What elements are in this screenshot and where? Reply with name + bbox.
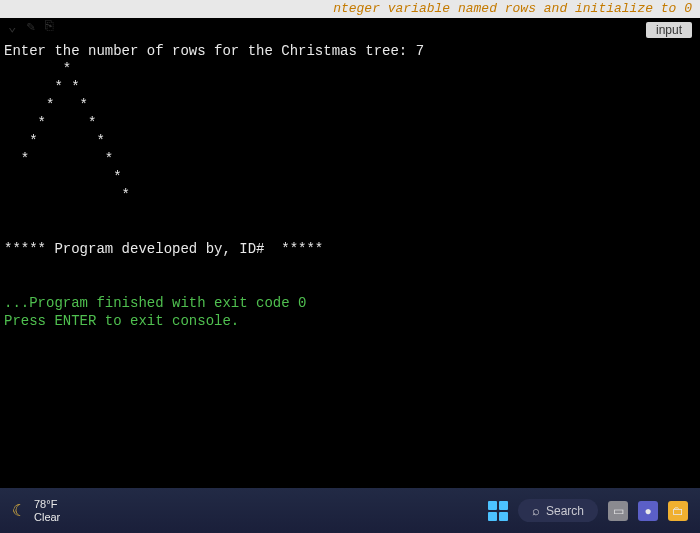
console-output: Enter the number of rows for the Christm… — [0, 22, 700, 350]
taskbar-search[interactable]: ⌕ Search — [518, 499, 598, 522]
tree-row: * — [4, 61, 71, 77]
console-prompt-line: Enter the number of rows for the Christm… — [4, 43, 424, 59]
tree-row: * * — [4, 115, 96, 131]
weather-condition: Clear — [34, 511, 60, 524]
input-tab[interactable]: input — [646, 22, 692, 38]
copy-icon[interactable]: ⎘ — [45, 18, 53, 34]
weather-widget[interactable]: ☾ 78°F Clear — [12, 498, 60, 524]
tree-row: * * — [4, 79, 80, 95]
file-explorer-icon[interactable]: 🗀 — [668, 501, 688, 521]
start-button[interactable] — [488, 501, 508, 521]
taskbar-app-icon[interactable]: ▭ — [608, 501, 628, 521]
tree-row: * — [4, 187, 130, 203]
search-icon: ⌕ — [532, 503, 540, 518]
chevron-down-icon[interactable]: ⌄ — [8, 18, 16, 35]
windows-taskbar: ☾ 78°F Clear ⌕ Search ▭ ● 🗀 — [0, 488, 700, 533]
tree-row: * * — [4, 133, 105, 149]
terminal-window: input Enter the number of rows for the C… — [0, 18, 700, 488]
taskbar-app-icon[interactable]: ● — [638, 501, 658, 521]
credit-row: ***** Program developed by, ID# ***** — [4, 241, 323, 257]
tree-row: * * — [4, 97, 88, 113]
exit-code-line: ...Program finished with exit code 0 — [4, 295, 306, 311]
search-placeholder: Search — [546, 504, 584, 518]
editor-comment-fragment: nteger variable named rows and initializ… — [0, 0, 700, 18]
moon-icon: ☾ — [12, 501, 26, 520]
weather-temp: 78°F — [34, 498, 60, 511]
tree-row: * * — [4, 151, 113, 167]
editor-toolbar: ⌄ ✎ ⎘ — [8, 18, 53, 34]
press-enter-line: Press ENTER to exit console. — [4, 313, 239, 329]
tree-row: * — [4, 169, 122, 185]
edit-icon[interactable]: ✎ — [26, 18, 34, 35]
